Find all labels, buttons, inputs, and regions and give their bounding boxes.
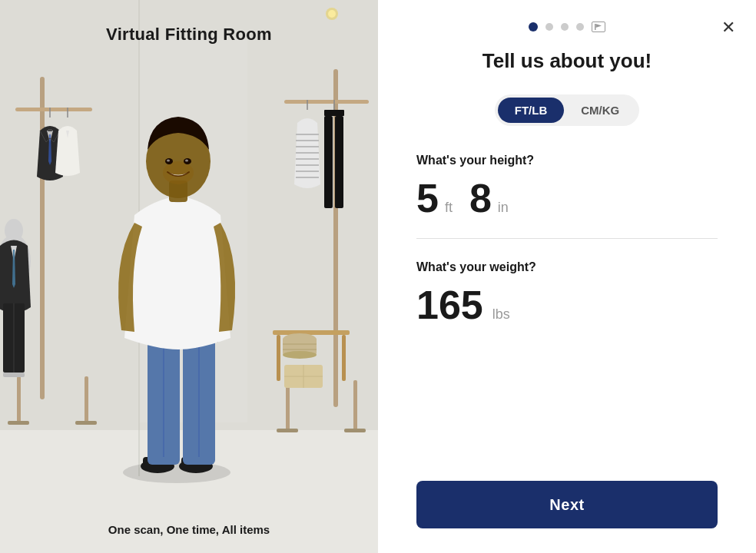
fitting-room-title: Virtual Fitting Room [106, 25, 272, 45]
svg-point-15 [5, 219, 23, 242]
svg-rect-32 [342, 335, 346, 381]
weight-unit: lbs [492, 306, 510, 323]
progress-indicator [416, 0, 718, 32]
svg-rect-29 [335, 116, 343, 208]
height-inches-unit: in [498, 200, 509, 216]
svg-rect-30 [273, 330, 350, 335]
progress-dot-3 [561, 23, 569, 31]
weight-value-row: 165 lbs [416, 285, 718, 325]
svg-rect-28 [324, 116, 333, 208]
svg-point-59 [185, 160, 188, 162]
progress-flag-icon [592, 22, 605, 32]
progress-dot-1 [529, 22, 538, 31]
svg-rect-3 [40, 77, 45, 399]
unit-cmkg-button[interactable]: CM/KG [564, 98, 636, 123]
section-divider [416, 238, 718, 239]
right-panel: ✕ Tell us about you! FT/LB CM/KG What's … [378, 0, 756, 553]
subtitle-text: One scan, One time, All items [0, 523, 378, 536]
svg-point-42 [328, 10, 336, 18]
svg-rect-24 [344, 429, 366, 432]
svg-rect-8 [75, 421, 97, 425]
svg-point-58 [167, 160, 170, 162]
weight-label: What's your weight? [416, 260, 718, 274]
close-button[interactable]: ✕ [716, 15, 741, 40]
svg-rect-6 [85, 376, 88, 422]
svg-rect-23 [277, 429, 298, 432]
panel-title: Tell us about you! [416, 49, 718, 73]
svg-point-35 [283, 351, 317, 359]
height-feet-value: 5 [416, 178, 439, 218]
unit-toggle: FT/LB CM/KG [495, 94, 640, 126]
svg-point-43 [123, 462, 230, 483]
svg-rect-5 [17, 376, 21, 422]
svg-rect-22 [353, 380, 357, 430]
next-button[interactable]: Next [416, 481, 718, 528]
height-label: What's your height? [416, 154, 718, 167]
weight-value: 165 [416, 285, 483, 325]
height-inches-value: 8 [469, 178, 492, 218]
svg-rect-13 [3, 373, 25, 377]
weight-section: What's your weight? 165 lbs [416, 260, 718, 331]
svg-rect-31 [277, 335, 280, 381]
svg-rect-4 [15, 108, 92, 111]
height-feet-unit: ft [445, 200, 453, 216]
left-panel: Virtual Fitting Room [0, 0, 378, 553]
height-value-row: 5 ft 8 in [416, 178, 718, 218]
svg-rect-7 [8, 421, 29, 425]
svg-rect-10 [48, 129, 52, 131]
unit-ftlb-button[interactable]: FT/LB [498, 98, 565, 123]
svg-rect-60 [595, 24, 596, 30]
progress-dot-4 [576, 23, 584, 31]
progress-dot-2 [545, 23, 553, 31]
svg-rect-20 [284, 100, 369, 104]
svg-rect-27 [324, 110, 344, 116]
height-section: What's your height? 5 ft 8 in [416, 154, 718, 224]
